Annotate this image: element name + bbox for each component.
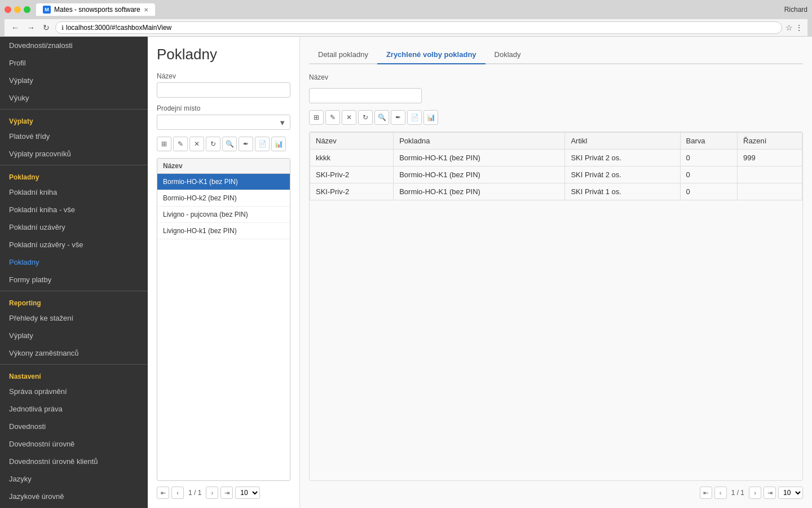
edit-btn[interactable]: ✎ [173,137,188,151]
rp-refresh-btn[interactable]: ↻ [358,110,373,125]
rp-export-btn[interactable]: 📊 [423,110,438,125]
sidebar-item-profil[interactable]: Profil [0,54,148,72]
sidebar-item-sprava-opravneni[interactable]: Správa oprávnění [0,383,148,400]
rp-edit-btn[interactable]: ✎ [325,110,340,125]
col-header-barva: Barva [680,133,738,150]
sidebar-item-vyplaty-top[interactable]: Výplaty [0,72,148,89]
nav-bar: ← → ↻ ℹ localhost:3000/#!cashboxMainView… [5,19,807,37]
rp-doc-btn[interactable]: 📄 [407,110,422,125]
col-header-artikl: Artikl [565,133,680,150]
sidebar-item-formy-platby[interactable]: Formy platby [0,271,148,288]
tab-doklady[interactable]: Doklady [486,46,530,64]
tab-detail-pokladny[interactable]: Detail pokladny [309,46,377,64]
page-title: Pokladny [157,46,290,63]
rp-per-page-select[interactable]: 10 20 50 [778,487,803,499]
maximize-window-btn[interactable] [24,6,30,13]
table-row[interactable]: SKI-Priv-2Bormio-HO-K1 (bez PIN)SKI Priv… [310,183,802,200]
tab-zrychlene-volby[interactable]: Zrychlené volby pokladny [377,46,486,64]
tab-close-btn[interactable]: ✕ [144,7,148,13]
prodejni-misto-select[interactable] [157,115,290,130]
rp-last-page-btn[interactable]: ⇥ [764,487,776,499]
table-row[interactable]: SKI-Priv-2Bormio-HO-K1 (bez PIN)SKI Priv… [310,167,802,183]
address-text: localhost:3000/#!cashboxMainView [66,24,171,32]
back-btn[interactable]: ← [9,22,21,33]
sidebar-item-pokladni-kniha[interactable]: Pokladní kniha [0,183,148,201]
sidebar-item-dovednostni-urovne[interactable]: Dovednostní úrovně [0,435,148,453]
name-input[interactable] [157,82,290,98]
rp-name-input[interactable] [309,88,422,103]
cell-nazev: SKI-Priv-2 [310,167,394,183]
rp-delete-btn[interactable]: ✕ [342,110,356,125]
cell-artikl: SKI Privát 2 os. [565,167,680,183]
table-row[interactable]: kkkkBormio-HO-K1 (bez PIN)SKI Privát 2 o… [310,150,802,167]
minimize-window-btn[interactable] [14,6,21,13]
col-header-pokladna: Pokladna [394,133,565,150]
delete-btn[interactable]: ✕ [189,137,204,151]
sidebar-item-dovednosti[interactable]: Dovednosti [0,418,148,435]
menu-icon[interactable]: ⋮ [795,23,803,32]
window-controls [5,6,30,13]
right-toolbar: ⊞ ✎ ✕ ↻ 🔍 ✒ 📄 📊 [309,110,803,125]
browser-actions: ☆ ⋮ [785,23,803,32]
export-btn[interactable]: 📊 [271,137,286,151]
browser-chrome: M Mates - snowsports software ✕ Richard … [0,0,812,37]
rp-first-page-btn[interactable]: ⇤ [700,487,712,499]
col-header-razeni: Řazení [738,133,802,150]
prodejni-misto-wrapper: ▼ [157,115,290,130]
forward-btn[interactable]: → [25,22,37,33]
sidebar-item-pokladny[interactable]: Pokladny [0,253,148,271]
next-page-btn[interactable]: › [206,487,218,499]
add-btn[interactable]: ⊞ [157,137,171,151]
cell-pokladna: Bormio-HO-K1 (bez PIN) [394,150,565,167]
name-label: Název [157,72,290,80]
first-page-btn[interactable]: ⇤ [157,487,169,499]
sidebar-item-jazyky[interactable]: Jazyky [0,470,148,488]
section-title-nastaveni: Nastavení [0,367,148,383]
sidebar-item-vykony-zamestnancu[interactable]: Výkony zaměstnanců [0,344,148,362]
cell-pokladna: Bormio-HO-K1 (bez PIN) [394,183,565,200]
close-window-btn[interactable] [5,6,11,13]
reload-btn[interactable]: ↻ [41,22,52,33]
rp-next-page-btn[interactable]: › [749,487,761,499]
sidebar-item-platove-tridy[interactable]: Platové třídy [0,128,148,145]
rp-add-btn[interactable]: ⊞ [309,110,324,125]
sidebar: Dovednosti/znalosti Profil Výplaty Výuky… [0,37,148,508]
refresh-btn[interactable]: ↻ [206,137,220,151]
sidebar-item-dovednosti-znalosti[interactable]: Dovednosti/znalosti [0,37,148,54]
sidebar-item-jazykove-urovne[interactable]: Jazykové úrovně [0,488,148,505]
rp-page-info: 1 / 1 [729,489,747,497]
sidebar-item-pokladni-uzavery-vse[interactable]: Pokladní uzávěry - vše [0,236,148,253]
sidebar-item-dovednostni-urovne-klientu[interactable]: Dovednostní úrovně klientů [0,453,148,470]
cell-barva: 0 [680,183,738,200]
cell-razeni: 999 [738,150,802,167]
title-bar: M Mates - snowsports software ✕ Richard [5,3,807,16]
sidebar-item-vyplaty-rep[interactable]: Výplaty [0,327,148,344]
sidebar-item-pokladni-uzavery[interactable]: Pokladní uzávěry [0,218,148,236]
list-item[interactable]: Bormio-HO-K1 (bez PIN) [157,174,290,190]
prev-page-btn[interactable]: ‹ [171,487,184,499]
pen-btn[interactable]: ✒ [239,137,253,151]
cell-nazev: kkkk [310,150,394,167]
rp-search-btn[interactable]: 🔍 [374,110,389,125]
left-panel: Pokladny Název Prodejní místo ▼ ⊞ ✎ ✕ ↻ … [148,37,300,508]
list-item[interactable]: Bormio-HO-k2 (bez PIN) [157,190,290,207]
browser-tab[interactable]: M Mates - snowsports software ✕ [36,3,155,16]
per-page-select[interactable]: 10 20 50 [235,487,260,499]
last-page-btn[interactable]: ⇥ [220,487,233,499]
list-item[interactable]: Livigno-HO-k1 (bez PIN) [157,223,290,239]
cell-razeni [738,167,802,183]
user-name: Richard [784,6,807,14]
rp-prev-page-btn[interactable]: ‹ [714,487,727,499]
sidebar-item-vyplaty-pracovniku[interactable]: Výplaty pracovníků [0,145,148,163]
bookmark-star-icon[interactable]: ☆ [785,23,793,32]
doc-btn[interactable]: 📄 [255,137,270,151]
sidebar-item-prehledy-stazeni[interactable]: Přehledy ke stažení [0,309,148,327]
address-bar[interactable]: ℹ localhost:3000/#!cashboxMainView [55,21,782,34]
rp-pen-btn[interactable]: ✒ [391,110,405,125]
search-btn[interactable]: 🔍 [222,137,237,151]
cell-barva: 0 [680,167,738,183]
list-item[interactable]: Livigno - pujcovna (bez PIN) [157,207,290,223]
sidebar-item-vyuky[interactable]: Výuky [0,89,148,107]
sidebar-item-jednotliva-prava[interactable]: Jednotlivá práva [0,400,148,418]
sidebar-item-pokladni-kniha-vse[interactable]: Pokladní kniha - vše [0,201,148,218]
